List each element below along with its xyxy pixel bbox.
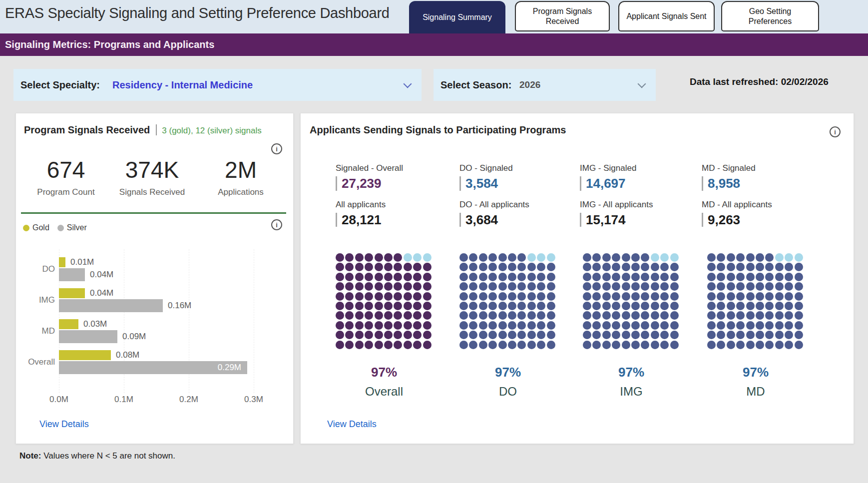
- bar-value-label: 0.08M: [116, 350, 139, 360]
- signaled-value: 3,584: [459, 176, 574, 191]
- dot-filled: [612, 282, 620, 291]
- view-details-link[interactable]: View Details: [39, 419, 89, 430]
- dot-filled: [517, 341, 526, 349]
- dot-filled: [602, 253, 611, 262]
- dot-filled: [795, 292, 803, 301]
- gold-bar-overall[interactable]: [59, 350, 111, 360]
- dot-filled: [394, 253, 402, 262]
- dot-filled: [459, 321, 468, 330]
- specialty-dropdown[interactable]: Select Specialty: Residency - Internal M…: [13, 69, 422, 101]
- dot-filled: [469, 263, 477, 271]
- dot-filled: [365, 311, 373, 320]
- dot-filled: [517, 253, 526, 262]
- divider-line: [21, 212, 286, 214]
- dot-unfilled: [537, 253, 545, 262]
- tab-geo-setting-preferences[interactable]: Geo Setting Preferences: [721, 1, 819, 31]
- signaled-label: Signaled - Overall: [336, 163, 450, 173]
- all-applicants-value: 9,263: [702, 213, 817, 227]
- dot-filled: [394, 331, 402, 339]
- dot-filled: [717, 302, 725, 310]
- waffle-grid-md[interactable]: [707, 253, 803, 349]
- dot-filled: [641, 331, 649, 339]
- dot-filled: [537, 341, 545, 349]
- dot-filled: [736, 253, 745, 262]
- dot-filled: [717, 321, 725, 330]
- dot-filled: [355, 292, 364, 301]
- dot-filled: [660, 273, 669, 281]
- dot-filled: [479, 273, 487, 281]
- dot-filled: [413, 263, 422, 271]
- category-label-img: IMG: [16, 288, 55, 312]
- tab-applicant-signals-sent[interactable]: Applicant Signals Sent: [618, 1, 715, 31]
- dot-filled: [641, 263, 649, 271]
- dot-filled: [746, 321, 755, 330]
- dot-filled: [394, 273, 402, 281]
- dot-filled: [336, 331, 344, 339]
- title-divider: [156, 124, 157, 135]
- dot-filled: [537, 292, 545, 301]
- dot-filled: [459, 341, 468, 349]
- info-icon[interactable]: i: [830, 126, 841, 137]
- dot-filled: [670, 273, 679, 281]
- dot-filled: [717, 311, 725, 320]
- dot-filled: [602, 282, 611, 291]
- signaled-label: IMG - Signaled: [580, 163, 695, 173]
- dot-filled: [727, 282, 735, 291]
- bar-value-label: 0.04M: [90, 268, 113, 281]
- dot-filled: [498, 331, 507, 339]
- dot-filled: [336, 311, 344, 320]
- dot-filled: [622, 311, 630, 320]
- dot-filled: [517, 282, 526, 291]
- dot-filled: [375, 282, 383, 291]
- silver-bar-do[interactable]: [59, 268, 85, 281]
- dot-filled: [355, 282, 364, 291]
- dot-filled: [727, 273, 735, 281]
- dot-filled: [746, 311, 755, 320]
- waffle-grid-overall[interactable]: [336, 253, 432, 349]
- specialty-value: Residency - Internal Medicine: [112, 79, 253, 91]
- dot-filled: [488, 331, 497, 339]
- dot-filled: [488, 311, 497, 320]
- stat-label: Program Count: [26, 187, 106, 197]
- dot-filled: [527, 302, 536, 310]
- tab-signaling-summary[interactable]: Signaling Summary: [409, 1, 505, 33]
- dot-filled: [765, 263, 774, 271]
- dot-filled: [413, 292, 422, 301]
- waffle-grid-img[interactable]: [583, 253, 679, 349]
- waffle-grid-do[interactable]: [459, 253, 555, 349]
- info-icon[interactable]: i: [271, 219, 282, 230]
- stat-value: 374K: [108, 156, 196, 183]
- dot-filled: [592, 321, 601, 330]
- dot-filled: [592, 302, 601, 310]
- silver-bar-md[interactable]: [59, 330, 117, 343]
- gold-bar-md[interactable]: [59, 319, 78, 329]
- dot-filled: [479, 292, 487, 301]
- dot-filled: [583, 341, 591, 349]
- view-details-link[interactable]: View Details: [327, 419, 377, 430]
- all-applicants-value: 28,121: [336, 213, 450, 227]
- dot-filled: [469, 341, 477, 349]
- dot-filled: [498, 292, 507, 301]
- dot-filled: [641, 341, 649, 349]
- season-dropdown[interactable]: Select Season: 2026: [434, 69, 656, 101]
- dot-filled: [670, 341, 679, 349]
- gold-bar-do[interactable]: [59, 257, 65, 267]
- page-title: ERAS Specialty Signaling and Setting Pre…: [5, 5, 390, 21]
- info-icon[interactable]: i: [271, 143, 282, 154]
- dot-filled: [631, 341, 640, 349]
- dot-filled: [612, 292, 620, 301]
- tab-program-signals-received[interactable]: Program Signals Received: [515, 1, 610, 31]
- dot-filled: [765, 341, 774, 349]
- dot-filled: [727, 331, 735, 339]
- dot-filled: [517, 321, 526, 330]
- gold-bar-img[interactable]: [59, 288, 85, 298]
- dot-filled: [404, 302, 412, 310]
- dot-filled: [631, 311, 640, 320]
- dot-filled: [517, 292, 526, 301]
- dot-filled: [537, 321, 545, 330]
- dot-filled: [775, 341, 784, 349]
- dot-filled: [670, 302, 679, 310]
- dot-filled: [547, 321, 555, 330]
- silver-bar-img[interactable]: [59, 299, 163, 312]
- dot-filled: [537, 282, 545, 291]
